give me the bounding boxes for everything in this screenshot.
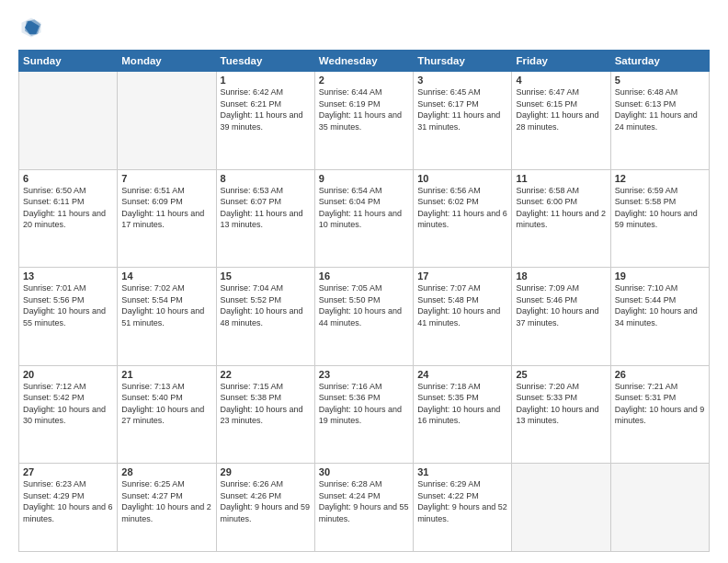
day-number: 2	[319, 75, 409, 86]
day-info: Sunrise: 6:56 AM Sunset: 6:02 PM Dayligh…	[417, 185, 507, 231]
day-info: Sunrise: 7:13 AM Sunset: 5:40 PM Dayligh…	[121, 381, 211, 427]
day-number: 5	[615, 75, 705, 86]
header	[18, 15, 710, 40]
weekday-header-tuesday: Tuesday	[216, 51, 314, 72]
calendar-cell	[19, 72, 118, 170]
day-info: Sunrise: 6:48 AM Sunset: 6:13 PM Dayligh…	[615, 86, 705, 132]
weekday-header-friday: Friday	[512, 51, 610, 72]
day-info: Sunrise: 6:53 AM Sunset: 6:07 PM Dayligh…	[221, 185, 311, 231]
weekday-header-saturday: Saturday	[610, 51, 709, 72]
day-number: 16	[319, 270, 409, 282]
day-info: Sunrise: 7:04 AM Sunset: 5:52 PM Dayligh…	[221, 282, 311, 328]
day-info: Sunrise: 7:15 AM Sunset: 5:38 PM Dayligh…	[221, 381, 311, 427]
calendar-cell: 13Sunrise: 7:01 AM Sunset: 5:56 PM Dayli…	[19, 268, 118, 366]
day-info: Sunrise: 7:01 AM Sunset: 5:56 PM Dayligh…	[23, 282, 113, 328]
calendar-cell	[512, 464, 610, 552]
day-number: 8	[221, 173, 311, 184]
calendar-cell: 30Sunrise: 6:28 AM Sunset: 4:24 PM Dayli…	[314, 464, 413, 552]
week-row-4: 20Sunrise: 7:12 AM Sunset: 5:42 PM Dayli…	[19, 365, 710, 464]
calendar-cell: 23Sunrise: 7:16 AM Sunset: 5:36 PM Dayli…	[314, 365, 413, 464]
day-number: 6	[23, 173, 113, 184]
day-number: 13	[23, 270, 113, 282]
calendar-cell: 14Sunrise: 7:02 AM Sunset: 5:54 PM Dayli…	[118, 268, 216, 366]
day-number: 9	[319, 173, 409, 184]
logo-icon	[18, 15, 44, 40]
day-info: Sunrise: 7:18 AM Sunset: 5:35 PM Dayligh…	[417, 381, 507, 427]
weekday-header-sunday: Sunday	[19, 51, 118, 72]
calendar-cell: 27Sunrise: 6:23 AM Sunset: 4:29 PM Dayli…	[19, 464, 118, 552]
day-number: 23	[319, 369, 409, 380]
weekday-header-monday: Monday	[118, 51, 216, 72]
calendar-cell: 11Sunrise: 6:58 AM Sunset: 6:00 PM Dayli…	[512, 169, 610, 268]
calendar-cell: 19Sunrise: 7:10 AM Sunset: 5:44 PM Dayli…	[610, 268, 709, 366]
day-number: 15	[221, 270, 311, 282]
day-info: Sunrise: 6:58 AM Sunset: 6:00 PM Dayligh…	[516, 185, 606, 231]
calendar-cell: 20Sunrise: 7:12 AM Sunset: 5:42 PM Dayli…	[19, 365, 118, 464]
calendar-cell: 7Sunrise: 6:51 AM Sunset: 6:09 PM Daylig…	[118, 169, 216, 268]
calendar-cell: 26Sunrise: 7:21 AM Sunset: 5:31 PM Dayli…	[610, 365, 709, 464]
day-number: 11	[516, 173, 606, 184]
week-row-5: 27Sunrise: 6:23 AM Sunset: 4:29 PM Dayli…	[19, 464, 710, 552]
day-number: 31	[417, 466, 507, 477]
day-info: Sunrise: 7:21 AM Sunset: 5:31 PM Dayligh…	[615, 381, 705, 427]
calendar-cell: 12Sunrise: 6:59 AM Sunset: 5:58 PM Dayli…	[610, 169, 709, 268]
day-info: Sunrise: 7:16 AM Sunset: 5:36 PM Dayligh…	[319, 381, 409, 427]
day-info: Sunrise: 7:10 AM Sunset: 5:44 PM Dayligh…	[615, 282, 705, 328]
calendar-cell: 2Sunrise: 6:44 AM Sunset: 6:19 PM Daylig…	[314, 72, 413, 170]
day-number: 21	[121, 369, 211, 380]
day-number: 29	[221, 466, 311, 477]
day-number: 30	[319, 466, 409, 477]
day-number: 26	[615, 369, 705, 380]
day-number: 24	[417, 369, 507, 380]
week-row-1: 1Sunrise: 6:42 AM Sunset: 6:21 PM Daylig…	[19, 72, 710, 170]
logo	[18, 15, 48, 40]
day-info: Sunrise: 7:12 AM Sunset: 5:42 PM Dayligh…	[23, 381, 113, 427]
day-number: 10	[417, 173, 507, 184]
calendar-cell: 5Sunrise: 6:48 AM Sunset: 6:13 PM Daylig…	[610, 72, 709, 170]
day-info: Sunrise: 6:25 AM Sunset: 4:27 PM Dayligh…	[121, 478, 211, 524]
day-info: Sunrise: 7:02 AM Sunset: 5:54 PM Dayligh…	[121, 282, 211, 328]
calendar-cell	[610, 464, 709, 552]
day-number: 27	[23, 466, 113, 477]
day-number: 14	[121, 270, 211, 282]
day-number: 22	[221, 369, 311, 380]
calendar-cell: 25Sunrise: 7:20 AM Sunset: 5:33 PM Dayli…	[512, 365, 610, 464]
day-number: 7	[121, 173, 211, 184]
day-info: Sunrise: 6:51 AM Sunset: 6:09 PM Dayligh…	[121, 185, 211, 231]
calendar-cell: 4Sunrise: 6:47 AM Sunset: 6:15 PM Daylig…	[512, 72, 610, 170]
calendar-cell: 10Sunrise: 6:56 AM Sunset: 6:02 PM Dayli…	[414, 169, 512, 268]
day-info: Sunrise: 6:42 AM Sunset: 6:21 PM Dayligh…	[221, 86, 311, 132]
calendar-cell: 28Sunrise: 6:25 AM Sunset: 4:27 PM Dayli…	[118, 464, 216, 552]
day-number: 17	[417, 270, 507, 282]
day-info: Sunrise: 7:20 AM Sunset: 5:33 PM Dayligh…	[516, 381, 606, 427]
calendar-cell: 1Sunrise: 6:42 AM Sunset: 6:21 PM Daylig…	[216, 72, 314, 170]
week-row-3: 13Sunrise: 7:01 AM Sunset: 5:56 PM Dayli…	[19, 268, 710, 366]
day-number: 28	[121, 466, 211, 477]
day-info: Sunrise: 6:23 AM Sunset: 4:29 PM Dayligh…	[23, 478, 113, 524]
calendar-cell: 15Sunrise: 7:04 AM Sunset: 5:52 PM Dayli…	[216, 268, 314, 366]
day-info: Sunrise: 6:59 AM Sunset: 5:58 PM Dayligh…	[615, 185, 705, 231]
calendar-cell: 6Sunrise: 6:50 AM Sunset: 6:11 PM Daylig…	[19, 169, 118, 268]
day-info: Sunrise: 7:07 AM Sunset: 5:48 PM Dayligh…	[417, 282, 507, 328]
calendar-cell: 18Sunrise: 7:09 AM Sunset: 5:46 PM Dayli…	[512, 268, 610, 366]
calendar-cell: 16Sunrise: 7:05 AM Sunset: 5:50 PM Dayli…	[314, 268, 413, 366]
calendar: SundayMondayTuesdayWednesdayThursdayFrid…	[18, 50, 710, 552]
calendar-cell: 17Sunrise: 7:07 AM Sunset: 5:48 PM Dayli…	[414, 268, 512, 366]
calendar-cell: 22Sunrise: 7:15 AM Sunset: 5:38 PM Dayli…	[216, 365, 314, 464]
day-info: Sunrise: 6:26 AM Sunset: 4:26 PM Dayligh…	[221, 478, 311, 524]
day-number: 25	[516, 369, 606, 380]
calendar-cell: 24Sunrise: 7:18 AM Sunset: 5:35 PM Dayli…	[414, 365, 512, 464]
calendar-cell: 31Sunrise: 6:29 AM Sunset: 4:22 PM Dayli…	[414, 464, 512, 552]
weekday-header-thursday: Thursday	[414, 51, 512, 72]
day-number: 19	[615, 270, 705, 282]
day-number: 20	[23, 369, 113, 380]
day-number: 12	[615, 173, 705, 184]
day-number: 4	[516, 75, 606, 86]
calendar-cell: 3Sunrise: 6:45 AM Sunset: 6:17 PM Daylig…	[414, 72, 512, 170]
weekday-header-row: SundayMondayTuesdayWednesdayThursdayFrid…	[19, 51, 710, 72]
day-info: Sunrise: 6:54 AM Sunset: 6:04 PM Dayligh…	[319, 185, 409, 231]
day-number: 18	[516, 270, 606, 282]
day-number: 3	[417, 75, 507, 86]
calendar-cell: 9Sunrise: 6:54 AM Sunset: 6:04 PM Daylig…	[314, 169, 413, 268]
day-info: Sunrise: 6:29 AM Sunset: 4:22 PM Dayligh…	[417, 478, 507, 524]
